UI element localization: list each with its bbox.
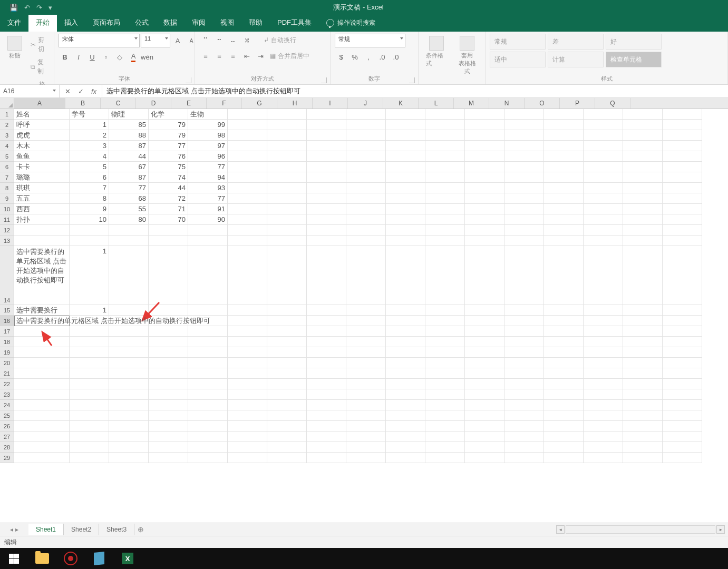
save-icon[interactable]: 💾 [9,4,18,12]
cell-E9[interactable]: 77 [188,193,228,204]
cell-N13[interactable] [544,236,584,246]
cell-H20[interactable] [307,358,346,368]
cancel-edit-icon[interactable]: ✕ [65,87,71,95]
cell-J17[interactable] [386,326,425,337]
cell-F29[interactable] [228,453,267,463]
cell-D19[interactable] [149,347,188,358]
cell-B3[interactable]: 2 [70,130,109,141]
cell-J27[interactable] [386,431,425,442]
cell-E15[interactable] [188,305,228,316]
cell-K22[interactable] [425,379,465,389]
cell-F15[interactable] [228,305,267,316]
cell-K29[interactable] [425,453,465,463]
col-header-G[interactable]: G [242,98,277,109]
cell-Q19[interactable] [663,347,702,358]
row-header-17[interactable]: 17 [0,326,14,337]
cell-A26[interactable] [14,421,70,431]
cell-B1[interactable]: 学号 [70,109,109,120]
cell-N25[interactable] [544,410,584,421]
cell-C25[interactable] [109,410,149,421]
cell-G8[interactable] [267,183,307,193]
cell-I9[interactable] [346,193,386,204]
cell-P5[interactable] [623,151,663,162]
cell-E20[interactable] [188,358,228,368]
cell-Q18[interactable] [663,337,702,347]
cell-M13[interactable] [504,236,544,246]
tab-文件[interactable]: 文件 [0,15,28,32]
cell-C14[interactable] [109,246,149,305]
cell-G22[interactable] [267,379,307,389]
cell-G15[interactable] [267,305,307,316]
cell-A8[interactable]: 琪琪 [14,183,70,193]
cell-P3[interactable] [623,130,663,141]
cell-P11[interactable] [623,214,663,225]
cell-B14[interactable]: 1 [70,246,109,305]
cell-A3[interactable]: 虎虎 [14,130,70,141]
cell-N10[interactable] [544,204,584,214]
cell-I24[interactable] [346,400,386,410]
cell-M25[interactable] [504,410,544,421]
cell-H6[interactable] [307,162,346,172]
cell-G19[interactable] [267,347,307,358]
tab-视图[interactable]: 视图 [213,15,241,32]
name-box[interactable]: A16 [0,85,60,97]
cell-G24[interactable] [267,400,307,410]
cell-F4[interactable] [228,141,267,151]
cell-L21[interactable] [465,368,504,379]
cell-P9[interactable] [623,193,663,204]
redo-icon[interactable]: ↷ [36,4,42,12]
cell-O11[interactable] [584,214,623,225]
cell-K14[interactable] [425,246,465,305]
cell-M11[interactable] [504,214,544,225]
cell-F10[interactable] [228,204,267,214]
cell-G7[interactable] [267,172,307,183]
cell-O24[interactable] [584,400,623,410]
cell-A25[interactable] [14,410,70,421]
cell-D28[interactable] [149,442,188,453]
cell-K28[interactable] [425,442,465,453]
cell-O13[interactable] [584,236,623,246]
cell-A14[interactable]: 选中需要换行的单元格区域 点击开始选项中的自动换行按钮即可 [14,246,70,305]
cell-I6[interactable] [346,162,386,172]
cell-N1[interactable] [544,109,584,120]
cell-A12[interactable] [14,225,70,236]
cell-M24[interactable] [504,400,544,410]
cell-E6[interactable]: 77 [188,162,228,172]
cell-I7[interactable] [346,172,386,183]
font-color-button[interactable]: A [127,51,140,63]
tell-me-search[interactable]: 操作说明搜索 [319,15,383,32]
cell-A2[interactable]: 呼呼 [14,120,70,130]
cell-K1[interactable] [425,109,465,120]
cell-D7[interactable]: 74 [149,172,188,183]
select-all-corner[interactable] [0,98,14,109]
cell-N29[interactable] [544,453,584,463]
horizontal-scrollbar[interactable]: ◂ ▸ [556,526,728,533]
cell-O19[interactable] [584,347,623,358]
align-middle-icon[interactable]: ⠒ [213,34,226,46]
tab-页面布局[interactable]: 页面布局 [85,15,128,32]
cell-L3[interactable] [465,130,504,141]
cell-A9[interactable]: 五五 [14,193,70,204]
cell-C20[interactable] [109,358,149,368]
cell-F17[interactable] [228,326,267,337]
formula-input[interactable]: 选中需要换行的单元格区域 点击开始选项中的自动换行按钮即可 [102,85,728,97]
decrease-indent-icon[interactable]: ⇤ [240,50,253,62]
cell-I12[interactable] [346,225,386,236]
scroll-track[interactable] [566,525,715,534]
cell-M1[interactable] [504,109,544,120]
cell-D22[interactable] [149,379,188,389]
cell-F9[interactable] [228,193,267,204]
cell-I29[interactable] [346,453,386,463]
cell-D29[interactable] [149,453,188,463]
cell-M27[interactable] [504,431,544,442]
cell-A5[interactable]: 鱼鱼 [14,151,70,162]
row-header-9[interactable]: 9 [0,193,14,204]
cell-M7[interactable] [504,172,544,183]
cell-H4[interactable] [307,141,346,151]
row-header-23[interactable]: 23 [0,389,14,400]
cell-P27[interactable] [623,431,663,442]
column-headers[interactable]: ABCDEFGHIJKLMNOPQ [0,98,728,109]
cell-F20[interactable] [228,358,267,368]
cell-G21[interactable] [267,368,307,379]
cell-A11[interactable]: 扑扑 [14,214,70,225]
